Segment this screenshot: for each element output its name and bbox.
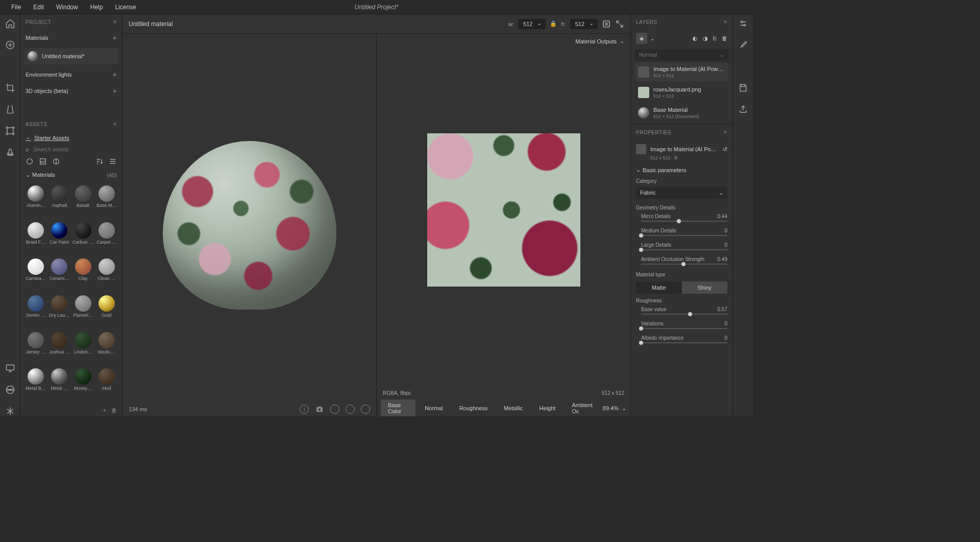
asset-item[interactable]: Asphalt [48,183,70,219]
layer-item[interactable]: rosesJacquard.png512 × 512 [635,83,728,102]
asset-item[interactable]: Denim … [24,293,47,329]
menu-edit[interactable]: Edit [27,4,50,11]
stamp-icon[interactable] [5,147,15,157]
asset-item[interactable]: Basalt [72,183,94,219]
asset-item[interactable]: Clay [72,256,94,292]
zoom-chevron-icon[interactable]: ⌄ [622,405,626,412]
filter-image-icon[interactable] [39,157,47,166]
brush-icon[interactable] [738,40,748,50]
width-select[interactable]: 512 [518,19,546,29]
add-material-icon[interactable]: + [113,34,117,42]
objects-section[interactable]: 3D objects (beta)+ [20,83,122,99]
chevron-down-icon[interactable]: ⌄ [650,36,654,41]
filter-sphere-icon[interactable] [26,157,34,166]
asset-item[interactable]: Car Paint [48,220,70,256]
camera-icon[interactable] [315,405,324,414]
tab-normal[interactable]: Normal [418,403,450,414]
ao-slider[interactable] [641,264,727,265]
trash-icon[interactable]: 🗑 [722,35,727,42]
close-props-icon[interactable]: × [723,129,727,136]
add-object-icon[interactable]: + [113,87,117,95]
export-icon[interactable]: ⎘ [713,35,717,42]
asset-item[interactable]: Joshua … [48,330,70,366]
adjust-icon[interactable]: ◑ [703,35,708,42]
layer-item[interactable]: Base Material512 × 512 (Document) [635,104,728,122]
3d-viewport[interactable]: 134 ms i [122,34,376,416]
menu-file[interactable]: File [5,4,27,11]
asset-item[interactable]: Carpet … [95,220,118,256]
tab-height[interactable]: Height [532,403,563,414]
menu-window[interactable]: Window [50,4,84,11]
globe-icon[interactable] [5,385,15,395]
asset-item[interactable]: Mossy… [72,366,94,402]
asset-item[interactable]: Carrara… [24,256,47,292]
lock-icon[interactable]: 🔒 [550,20,557,27]
shade-icon[interactable] [361,405,370,414]
asset-item[interactable]: Jersey … [24,330,47,366]
wireframe-icon[interactable] [346,405,355,414]
starter-assets-link[interactable]: Starter Assets [34,135,69,141]
close-project-icon[interactable]: × [113,18,117,26]
add-asset-icon[interactable]: + [103,407,106,413]
close-layers-icon[interactable]: × [723,18,727,26]
snow-icon[interactable] [5,406,15,416]
asset-item[interactable]: Metal … [48,366,70,402]
slider[interactable] [641,235,727,236]
delete-asset-icon[interactable]: 🗑 [111,407,117,413]
tab-ao[interactable]: Ambient Oc [565,399,600,416]
materials-section[interactable]: Materials+ [20,30,122,46]
env-lights-section[interactable]: Environment lights+ [20,66,122,83]
save-icon[interactable] [738,83,748,93]
back-arrow-icon[interactable]: ← [26,135,31,141]
asset-item[interactable]: Flannel… [72,293,94,329]
rotate-icon[interactable] [330,405,339,414]
menu-license[interactable]: License [109,4,142,11]
monitor-icon[interactable] [5,363,15,373]
reset-icon[interactable]: ↺ [723,146,727,153]
asset-item[interactable]: Linden… [72,330,94,366]
gear-icon[interactable]: ⚙ [674,155,678,160]
slider[interactable] [641,249,727,250]
layer-mode-icon[interactable]: ◈ [636,33,647,44]
slider[interactable] [641,342,727,343]
sort-icon[interactable] [95,157,104,166]
tab-metallic[interactable]: Metallic [497,403,530,414]
shiny-button[interactable]: Shiny [682,281,728,294]
asset-item[interactable]: Braid F… [24,220,47,256]
expand-icon[interactable] [615,19,624,29]
category-select[interactable]: Fabric⌄ [636,187,727,199]
chevron-down-icon[interactable]: ⌄ [26,172,30,178]
2d-viewport[interactable]: Material Outputs⌄ RGBA, 8bpc 512 x 512 B… [377,34,630,416]
layer-item[interactable]: Image to Material (AI Powered)512 × 512 [635,63,728,81]
material-type-toggle[interactable]: Matte Shiny [636,281,727,294]
perspective-icon[interactable] [5,104,15,114]
search-input[interactable] [33,146,117,152]
crop-icon[interactable] [5,83,15,93]
bounds-icon[interactable] [5,126,15,136]
share-icon[interactable] [738,104,748,114]
slider[interactable] [641,314,727,315]
home-icon[interactable] [5,18,15,29]
tab-basecolor[interactable]: Base Color [381,399,415,416]
slider[interactable] [641,221,727,222]
mask-icon[interactable]: ◐ [693,35,698,42]
tab-roughness[interactable]: Roughness [452,403,495,414]
filter-contrast-icon[interactable] [52,157,60,166]
matte-button[interactable]: Matte [636,281,682,294]
sliders-icon[interactable] [738,18,748,29]
close-assets-icon[interactable]: × [113,121,117,128]
asset-item[interactable]: Cerami… [48,256,70,292]
add-circle-icon[interactable] [5,40,15,50]
ai-material-icon[interactable] [602,19,611,29]
asset-item[interactable]: Mud [95,366,118,402]
list-view-icon[interactable] [109,157,117,166]
menu-help[interactable]: Help [84,4,109,11]
slider[interactable] [641,328,727,329]
material-outputs-dropdown[interactable]: Material Outputs⌄ [575,38,624,44]
asset-item[interactable]: Base M… [95,183,118,219]
asset-item[interactable]: Metal B… [24,366,47,402]
add-light-icon[interactable]: + [113,70,117,79]
asset-item[interactable]: Carbon … [72,220,94,256]
asset-item[interactable]: Gold [95,293,118,329]
info-icon[interactable]: i [300,405,309,414]
